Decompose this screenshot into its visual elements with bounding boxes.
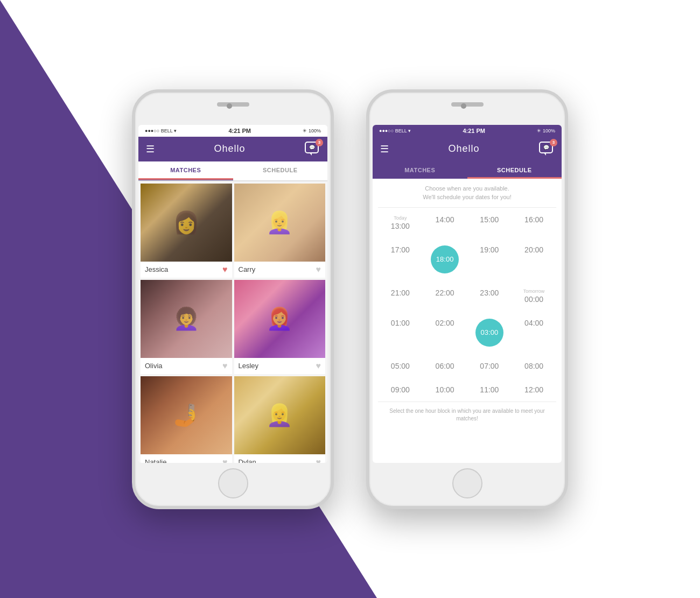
tab-matches-1[interactable]: MATCHES bbox=[138, 161, 233, 180]
heart-natalie[interactable]: ♥ bbox=[222, 458, 228, 463]
photo-person-natalie: 🤳 bbox=[141, 376, 232, 454]
heart-dylan[interactable]: ♥ bbox=[316, 458, 321, 463]
match-card-olivia[interactable]: 👩‍🦱 Olivia ♥ bbox=[141, 280, 232, 374]
match-name-jessica: Jessica bbox=[145, 265, 168, 273]
status-right-1: ✳ 100% bbox=[303, 128, 321, 133]
time-bubble-0300: 03:00 bbox=[475, 319, 503, 347]
schedule-grid: Today 13:00 14:00 15:00 16:00 17:00 18:0 bbox=[373, 208, 562, 402]
time-cell-0800[interactable]: 08:00 bbox=[512, 354, 556, 378]
time-1900: 19:00 bbox=[480, 245, 499, 254]
status-right-2: ✳ 100% bbox=[537, 128, 555, 133]
app-title-2: Ohello bbox=[448, 143, 479, 154]
time-cell-0900[interactable]: 09:00 bbox=[378, 378, 423, 402]
time-cell-2100[interactable]: 21:00 bbox=[378, 281, 423, 311]
status-bar-1: ●●●○○ BELL ▾ 4:21 PM ✳ 100% bbox=[138, 125, 327, 137]
time-cell-1100[interactable]: 11:00 bbox=[467, 378, 512, 402]
photo-person-olivia: 👩‍🦱 bbox=[141, 280, 232, 358]
day-label-today: Today bbox=[380, 215, 421, 221]
heart-jessica[interactable]: ♥ bbox=[222, 265, 228, 275]
match-card-dylan[interactable]: 👱‍♀️ Dylan ♥ bbox=[234, 376, 326, 463]
time-1700: 17:00 bbox=[391, 245, 410, 254]
time-cell-1400[interactable]: 14:00 bbox=[423, 208, 467, 238]
time-0100: 01:00 bbox=[391, 319, 410, 327]
match-name-lesley: Lesley bbox=[239, 362, 259, 370]
time-cell-0000[interactable]: Tomorrow 00:00 bbox=[512, 281, 556, 311]
time-cell-2200[interactable]: 22:00 bbox=[423, 281, 467, 311]
app-header-1: ☰ Ohello 💬 3 bbox=[138, 137, 327, 161]
match-name-dylan: Dylan bbox=[239, 458, 256, 463]
camera-2 bbox=[461, 103, 466, 109]
time-cell-0600[interactable]: 06:00 bbox=[423, 354, 467, 378]
time-2300: 23:00 bbox=[480, 289, 499, 297]
match-name-carry: Carry bbox=[239, 265, 256, 273]
photo-olivia: 👩‍🦱 bbox=[141, 280, 232, 358]
schedule-tabs: MATCHES SCHEDULE bbox=[373, 161, 562, 179]
tab-matches-2[interactable]: MATCHES bbox=[373, 161, 467, 179]
time-cell-1700[interactable]: 17:00 bbox=[378, 238, 423, 281]
tab-schedule-2[interactable]: SCHEDULE bbox=[467, 161, 562, 179]
schedule-footer-text: Select the one hour block in which you a… bbox=[389, 408, 545, 421]
time-cell-1000[interactable]: 10:00 bbox=[423, 378, 467, 402]
time-cell-1500[interactable]: 15:00 bbox=[467, 208, 512, 238]
time-1500: 15:00 bbox=[480, 215, 499, 224]
time-0700: 07:00 bbox=[480, 362, 499, 370]
time-cell-0300[interactable]: 03:00 bbox=[467, 311, 512, 354]
chat-badge-1: 3 bbox=[316, 139, 323, 146]
heart-carry[interactable]: ♥ bbox=[316, 265, 321, 275]
match-card-jessica[interactable]: 👩 Jessica ♥ bbox=[141, 184, 232, 278]
hamburger-icon-2[interactable]: ☰ bbox=[380, 143, 389, 155]
chat-badge-2: 3 bbox=[550, 139, 557, 146]
photo-person-carry: 👱‍♀️ bbox=[234, 184, 326, 262]
matches-grid: 👩 Jessica ♥ 👱‍♀️ Carry ♥ bbox=[138, 181, 327, 463]
tab-schedule-1[interactable]: SCHEDULE bbox=[233, 161, 328, 180]
photo-lesley: 👩‍🦰 bbox=[234, 280, 326, 358]
phones-container: ●●●○○ BELL ▾ 4:21 PM ✳ 100% ☰ Ohello 💬 3… bbox=[132, 89, 568, 509]
status-left-2: ●●●○○ BELL ▾ bbox=[379, 128, 411, 133]
time-cell-1900[interactable]: 19:00 bbox=[467, 238, 512, 281]
match-info-jessica: Jessica ♥ bbox=[141, 262, 232, 278]
match-info-olivia: Olivia ♥ bbox=[141, 358, 232, 374]
time-cell-0700[interactable]: 07:00 bbox=[467, 354, 512, 378]
chat-icon-1[interactable]: 💬 3 bbox=[305, 142, 320, 157]
time-1200: 12:00 bbox=[524, 385, 543, 394]
camera-1 bbox=[227, 103, 232, 109]
photo-person-lesley: 👩‍🦰 bbox=[234, 280, 326, 358]
time-0500: 05:00 bbox=[391, 362, 410, 370]
status-time-1: 4:21 PM bbox=[228, 128, 251, 134]
hamburger-icon-1[interactable]: ☰ bbox=[146, 143, 155, 155]
schedule-hint-text: Choose when are you available.We'll sche… bbox=[423, 185, 512, 201]
time-2100: 21:00 bbox=[391, 289, 410, 297]
status-bar-2: ●●●○○ BELL ▾ 4:21 PM ✳ 100% bbox=[373, 125, 562, 137]
time-cell-1600[interactable]: 16:00 bbox=[512, 208, 556, 238]
time-cell-0400[interactable]: 04:00 bbox=[512, 311, 556, 354]
time-cell-0500[interactable]: 05:00 bbox=[378, 354, 423, 378]
time-0400: 04:00 bbox=[524, 319, 543, 327]
time-cell-1300[interactable]: Today 13:00 bbox=[378, 208, 423, 238]
time-0800: 08:00 bbox=[524, 362, 543, 370]
photo-jessica: 👩 bbox=[141, 184, 232, 262]
schedule-footer: Select the one hour block in which you a… bbox=[373, 402, 562, 428]
status-left-1: ●●●○○ BELL ▾ bbox=[145, 128, 177, 133]
tabs-1: MATCHES SCHEDULE bbox=[138, 161, 327, 181]
match-info-lesley: Lesley ♥ bbox=[234, 358, 326, 374]
match-info-carry: Carry ♥ bbox=[234, 262, 326, 278]
time-cell-0200[interactable]: 02:00 bbox=[423, 311, 467, 354]
match-card-natalie[interactable]: 🤳 Natalie ♥ bbox=[141, 376, 232, 463]
time-cell-1200[interactable]: 12:00 bbox=[512, 378, 556, 402]
time-cell-2000[interactable]: 20:00 bbox=[512, 238, 556, 281]
time-0900: 09:00 bbox=[391, 385, 410, 394]
match-card-lesley[interactable]: 👩‍🦰 Lesley ♥ bbox=[234, 280, 326, 374]
match-card-carry[interactable]: 👱‍♀️ Carry ♥ bbox=[234, 184, 326, 278]
schedule-hint: Choose when are you available.We'll sche… bbox=[373, 179, 562, 207]
chat-icon-2[interactable]: 💬 3 bbox=[539, 142, 554, 157]
time-cell-2300[interactable]: 23:00 bbox=[467, 281, 512, 311]
time-cell-1800[interactable]: 18:00 bbox=[423, 238, 467, 281]
photo-dylan: 👱‍♀️ bbox=[234, 376, 326, 454]
app-header-2: ☰ Ohello 💬 3 bbox=[373, 137, 562, 161]
time-1100: 11:00 bbox=[480, 385, 499, 394]
heart-lesley[interactable]: ♥ bbox=[316, 361, 321, 371]
time-cell-0100[interactable]: 01:00 bbox=[378, 311, 423, 354]
screen-2: ●●●○○ BELL ▾ 4:21 PM ✳ 100% ☰ Ohello 💬 3… bbox=[373, 125, 562, 463]
phone-2: ●●●○○ BELL ▾ 4:21 PM ✳ 100% ☰ Ohello 💬 3… bbox=[366, 89, 568, 509]
heart-olivia[interactable]: ♥ bbox=[222, 361, 228, 371]
